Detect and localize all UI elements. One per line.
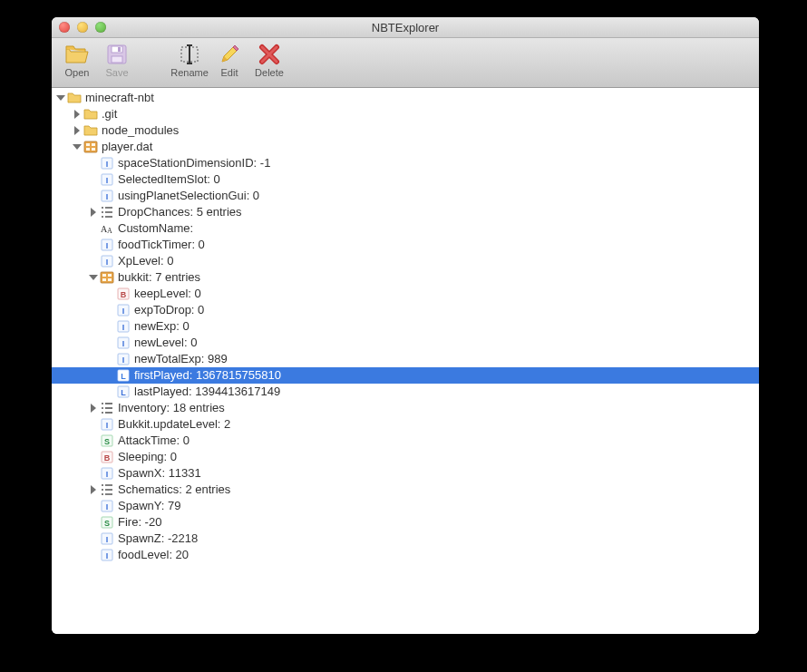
svg-text:I: I	[106, 502, 109, 511]
svg-text:I: I	[106, 535, 109, 544]
rename-button[interactable]: Rename	[170, 42, 209, 78]
svg-text:L: L	[121, 388, 126, 397]
tree-item-label: newLevel: 0	[134, 335, 197, 351]
int-icon: I	[116, 352, 131, 366]
disclosure-triangle-icon[interactable]	[55, 93, 66, 103]
window-minimize-button[interactable]	[77, 22, 88, 33]
disclosure-triangle-icon[interactable]	[72, 125, 83, 136]
tree-arrow-spacer	[88, 239, 99, 250]
tree-arrow-spacer	[104, 386, 115, 397]
tree-row[interactable]: B Sleeping: 0	[52, 449, 759, 465]
tree-row[interactable]: minecraft-nbt	[52, 90, 759, 106]
tree-arrow-spacer	[88, 501, 99, 511]
tree-row[interactable]: I Bukkit.updateLevel: 2	[52, 416, 759, 433]
tree-row[interactable]: I newExp: 0	[52, 318, 759, 335]
tree-row[interactable]: player.dat	[52, 139, 759, 155]
tree-row[interactable]: DropChances: 5 entries	[52, 204, 759, 220]
disclosure-triangle-icon[interactable]	[88, 207, 99, 218]
tree-item-label: spaceStationDimensionID: -1	[118, 155, 270, 171]
svg-text:B: B	[104, 453, 111, 463]
window-close-button[interactable]	[59, 22, 70, 33]
tree-item-label: firstPlayed: 1367815755810	[134, 367, 281, 384]
tree-row[interactable]: I usingPlanetSelectionGui: 0	[52, 188, 759, 204]
svg-text:I: I	[106, 192, 109, 201]
tree-row[interactable]: bukkit: 7 entries	[52, 269, 759, 286]
tree-row[interactable]: I SelectedItemSlot: 0	[52, 171, 759, 188]
svg-text:I: I	[122, 323, 125, 332]
int-icon: I	[100, 172, 114, 187]
tree-row[interactable]: .git	[52, 106, 759, 122]
tree-arrow-spacer	[104, 337, 115, 348]
compound-icon	[100, 270, 114, 285]
window-zoom-button[interactable]	[95, 22, 106, 33]
svg-rect-1	[112, 46, 122, 53]
long-icon: L	[116, 368, 131, 383]
string-icon	[100, 221, 114, 236]
tree-row[interactable]: I SpawnY: 79	[52, 498, 759, 514]
disclosure-triangle-icon[interactable]	[72, 141, 83, 152]
tree-item-label: minecraft-nbt	[85, 90, 154, 106]
tree-row[interactable]: L lastPlayed: 1394413617149	[52, 384, 759, 400]
tree-row[interactable]: B keepLevel: 0	[52, 286, 759, 302]
tree-arrow-spacer	[88, 517, 99, 528]
tree-row[interactable]: I XpLevel: 0	[52, 253, 759, 269]
int-icon: I	[100, 254, 114, 268]
disclosure-triangle-icon[interactable]	[88, 272, 99, 283]
delete-label: Delete	[255, 67, 284, 78]
tree-item-label: Schematics: 2 entries	[118, 482, 230, 498]
svg-text:I: I	[106, 160, 109, 169]
tree-row[interactable]: I expToDrop: 0	[52, 302, 759, 318]
tree-row[interactable]: Schematics: 2 entries	[52, 482, 759, 498]
tree-row[interactable]: node_modules	[52, 122, 759, 139]
tree-row[interactable]: CustomName:	[52, 220, 759, 237]
save-label: Save	[105, 67, 128, 78]
disclosure-triangle-icon[interactable]	[88, 484, 99, 495]
int-icon: I	[116, 319, 131, 334]
int-icon: I	[100, 417, 114, 432]
byte-icon: B	[116, 287, 131, 301]
tree-arrow-spacer	[88, 158, 99, 169]
tree-item-label: newExp: 0	[134, 318, 190, 335]
list-icon	[100, 482, 114, 497]
tree-row[interactable]: S AttackTime: 0	[52, 433, 759, 449]
tree-item-label: Inventory: 18 entries	[118, 400, 225, 416]
tree-row[interactable]: I SpawnZ: -2218	[52, 531, 759, 547]
app-window: NBTExplorer Open	[52, 17, 759, 634]
tree-row[interactable]: I newTotalExp: 989	[52, 351, 759, 367]
tree-row[interactable]: S Fire: -20	[52, 514, 759, 531]
svg-text:L: L	[121, 372, 126, 381]
tree-view[interactable]: minecraft-nbt.gitnode_modulesplayer.dat …	[52, 88, 759, 634]
tree-row[interactable]: I spaceStationDimensionID: -1	[52, 155, 759, 171]
window-title: NBTExplorer	[52, 21, 759, 34]
disclosure-triangle-icon[interactable]	[88, 403, 99, 414]
tree-row[interactable]: I foodTickTimer: 0	[52, 237, 759, 253]
save-button: Save	[97, 42, 137, 78]
svg-text:I: I	[106, 241, 109, 250]
tree-arrow-spacer	[104, 370, 115, 381]
tree-arrow-spacer	[88, 435, 99, 446]
tree-row[interactable]: Inventory: 18 entries	[52, 400, 759, 416]
tree-item-label: player.dat	[102, 139, 152, 155]
folder-icon	[67, 91, 82, 105]
tree-arrow-spacer	[88, 256, 99, 267]
delete-icon	[257, 42, 282, 67]
tree-arrow-spacer	[88, 468, 99, 479]
int-icon: I	[100, 156, 114, 170]
delete-button[interactable]: Delete	[249, 42, 289, 78]
edit-label: Edit	[221, 67, 238, 78]
tree-row[interactable]: I foodLevel: 20	[52, 547, 759, 563]
open-button[interactable]: Open	[57, 42, 97, 78]
int-icon: I	[100, 548, 114, 562]
list-icon	[100, 205, 114, 219]
edit-button[interactable]: Edit	[209, 42, 249, 78]
tree-arrow-spacer	[104, 321, 115, 332]
tree-item-label: Sleeping: 0	[118, 449, 177, 465]
tree-item-label: Bukkit.updateLevel: 2	[118, 416, 230, 433]
disclosure-triangle-icon[interactable]	[72, 109, 83, 120]
svg-text:B: B	[121, 290, 127, 299]
tree-item-label: usingPlanetSelectionGui: 0	[118, 188, 259, 204]
tree-row[interactable]: L firstPlayed: 1367815755810	[52, 367, 759, 384]
tree-row[interactable]: I newLevel: 0	[52, 335, 759, 351]
tree-arrow-spacer	[104, 354, 115, 365]
tree-row[interactable]: I SpawnX: 11331	[52, 465, 759, 482]
